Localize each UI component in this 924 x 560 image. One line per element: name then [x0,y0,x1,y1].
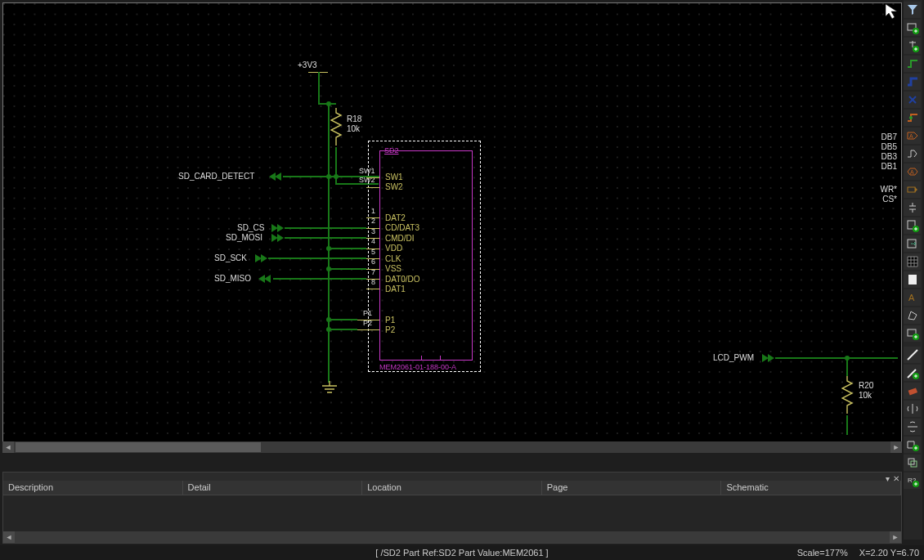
pinstub [366,258,379,259]
net-wr: WR* [880,185,897,194]
pin-cddat3: CD/DAT3 [385,223,419,232]
r18-ref: R18 [347,114,361,123]
net-db3: DB3 [881,152,897,161]
mirror-h-icon[interactable] [904,401,921,417]
col-location[interactable]: Location [362,481,542,495]
net-sd-miso: SD_MISO [214,274,251,283]
wire[interactable] [335,177,337,185]
page-icon[interactable] [904,271,921,288]
net-sd-cs: SD_CS [237,223,264,232]
pin-p1: P1 [385,316,395,325]
junction-icon[interactable] [904,110,921,126]
annotate-icon[interactable]: R? [904,473,921,489]
junction [326,317,331,322]
wire[interactable] [285,227,366,229]
net-lcd-pwm: LCD_PWM [713,353,754,362]
wire[interactable] [273,278,366,280]
status-selection: [ /SD2 Part Ref:SD2 Part Value:MEM2061 ] [0,548,924,558]
pin-sw2: SW2 [385,182,403,191]
pin-sw1: SW1 [385,172,403,181]
add-line-icon[interactable] [904,365,921,381]
messages-panel[interactable]: ▾ ✕ Description Detail Location Page Sch… [2,472,902,544]
pinstub [366,187,379,188]
col-description[interactable]: Description [3,481,183,495]
col-detail[interactable]: Detail [183,481,363,495]
pinstub [366,249,379,249]
panel-body[interactable] [3,495,901,536]
scroll-left-icon[interactable]: ◄ [2,441,14,453]
wire[interactable] [318,72,320,105]
add-power-icon[interactable] [904,38,921,54]
port-out-icon [264,275,271,283]
add-class-icon[interactable] [904,437,921,453]
grid-icon[interactable] [904,253,921,270]
unfold-icon[interactable] [904,146,921,162]
pin-p2: P2 [385,325,395,334]
pin-cmd: CMD/DI [385,234,415,243]
pin-vdd: VDD [385,244,402,253]
pinstub [366,217,379,218]
net-sd-mosi: SD_MOSI [226,233,262,242]
wire[interactable] [846,415,848,435]
right-toolbar: A A A R? [904,0,922,540]
col-schematic[interactable]: Schematic [721,481,901,495]
scroll-right-icon[interactable]: ► [890,531,901,543]
hier-label-icon[interactable] [904,181,921,198]
scroll-right-icon[interactable]: ► [890,441,902,453]
bus-tool-icon[interactable] [904,74,921,90]
status-coords: X=2.20 Y=6.70 [859,548,919,558]
net-sd-detect: SD_CARD_DETECT [178,172,254,181]
wire[interactable] [328,268,366,270]
wire[interactable] [328,329,357,330]
net-label-icon[interactable]: A [904,128,921,144]
mirror-v-icon[interactable] [904,419,921,435]
pinstub [366,269,379,270]
polygon-icon[interactable] [904,307,921,324]
pin-vss: VSS [385,264,401,273]
schematic-canvas[interactable]: +3V3 R18 10k SD_CARD_DETECT SW1 SW2 [2,2,902,446]
pin-dat2: DAT2 [385,213,406,222]
svg-marker-0 [886,4,897,19]
add-image-icon[interactable] [904,325,921,342]
resistor-r20[interactable] [841,376,858,420]
capacitor-icon[interactable] [904,199,921,216]
import-pin-icon[interactable] [904,235,921,252]
net-cs: CS* [882,195,897,204]
pin-dat0: DAT0/DO [385,275,420,284]
scroll-thumb[interactable] [16,442,261,452]
wire[interactable] [285,237,366,239]
svg-rect-16 [908,388,917,395]
wire[interactable] [328,105,330,383]
svg-rect-7 [908,187,915,192]
comp-value: MEM2061-01-188-00-A [379,363,456,371]
add-sheet-icon[interactable] [904,217,921,234]
scroll-left-icon[interactable]: ◄ [3,531,15,543]
wire[interactable] [268,258,366,259]
panel-close-icon[interactable]: ✕ [893,474,899,483]
port-in-icon [277,224,284,232]
comp-ref: SD2 [384,146,476,155]
wire-tool-icon[interactable] [904,56,921,72]
wire[interactable] [846,358,848,376]
pinstub [366,177,379,178]
add-component-icon[interactable] [904,20,921,36]
global-label-icon[interactable]: A [904,164,921,180]
resistor-r18[interactable] [330,108,347,152]
wire[interactable] [335,147,337,177]
no-connect-icon[interactable] [904,92,921,108]
col-page[interactable]: Page [542,481,722,495]
line-tool-icon[interactable] [904,347,921,363]
erase-icon[interactable] [904,383,921,399]
panel-header: Description Detail Location Page Schemat… [3,481,901,495]
panel-dock-icon[interactable]: ▾ [886,474,890,483]
text-icon[interactable]: A [904,289,921,306]
wire[interactable] [328,319,357,320]
canvas-horizontal-scrollbar[interactable]: ◄ ► [2,441,902,453]
svg-text:A: A [908,293,915,302]
copy-icon[interactable] [904,455,921,471]
filter-tool-icon[interactable] [904,2,921,18]
junction [326,246,331,251]
wire[interactable] [328,248,366,249]
wire[interactable] [775,357,898,359]
panel-horizontal-scrollbar[interactable]: ◄ ► [3,531,901,543]
